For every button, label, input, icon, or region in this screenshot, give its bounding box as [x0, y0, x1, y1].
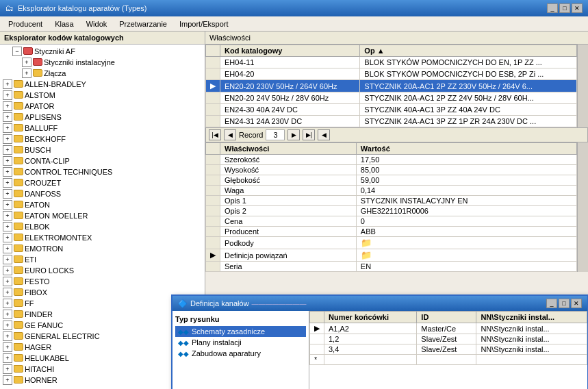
- tree-expand-zlacza[interactable]: +: [22, 68, 31, 78]
- tree-expand-hitachi[interactable]: +: [3, 364, 12, 374]
- props-name-7: Producent: [220, 227, 357, 237]
- tree-expand-allen-bradley[interactable]: +: [3, 79, 12, 89]
- tree-expand-conta-clip[interactable]: +: [3, 156, 12, 166]
- tree-node-busch[interactable]: +BUSCH: [1, 145, 203, 155]
- tree-node-beckhoff[interactable]: +BECKHOFF: [1, 134, 203, 145]
- dialog-maximize[interactable]: □: [559, 299, 570, 308]
- props-row-0[interactable]: Szerokość 17,50: [206, 155, 577, 165]
- nav-last[interactable]: ▶|: [303, 129, 315, 140]
- tree-expand-crouzet[interactable]: +: [3, 178, 12, 188]
- nav-first[interactable]: |◀: [209, 129, 221, 140]
- dialog-table-row-1[interactable]: 1,2 Slave/Zest NN\Styczniki instal...: [310, 334, 587, 344]
- dialog-table-row-2[interactable]: 3,4 Slave/Zest NN\Styczniki instal...: [310, 344, 587, 355]
- props-row-2[interactable]: Głębokość 59,00: [206, 175, 577, 186]
- maximize-button[interactable]: □: [559, 3, 570, 13]
- catalog-row-5[interactable]: EN24-31 24A 230V DC STYCZNIK 24A-AC1 3P …: [206, 116, 577, 127]
- tree-node-allen-bradley[interactable]: +ALLEN-BRADLEY: [1, 79, 203, 90]
- tree-expand-elbok[interactable]: +: [3, 222, 12, 231]
- tree-expand-styczniki-inst[interactable]: +: [22, 58, 31, 67]
- definicja-kanalow-dialog: 🔷 Definicja kanałów ———————— _ □ ✕ Typ r…: [171, 294, 588, 389]
- dialog-minimize[interactable]: _: [546, 299, 557, 308]
- tree-node-euro-locks[interactable]: +EURO LOCKS: [1, 265, 203, 276]
- tree-expand-balluff[interactable]: +: [3, 123, 12, 133]
- tree-node-festo[interactable]: +FESTO: [1, 276, 203, 287]
- catalog-row-4[interactable]: EN24-30 40A 24V DC STYCZNIK 40A-AC1 3P Z…: [206, 104, 577, 116]
- tree-node-styczniki-inst[interactable]: +Styczniki instalacyjne: [1, 57, 203, 68]
- tree-expand-euro-locks[interactable]: +: [3, 266, 12, 275]
- tree-node-eaton[interactable]: +EATON: [1, 199, 203, 210]
- tree-expand-hager[interactable]: +: [3, 342, 12, 352]
- tree-expand-apator[interactable]: +: [3, 101, 12, 111]
- dialog-row-marker-0: ▶: [310, 323, 324, 334]
- dialog-tree-item-2[interactable]: ◆◆Zabudowa aparatury: [175, 348, 306, 359]
- tree-expand-eti[interactable]: +: [3, 255, 12, 264]
- tree-node-balluff[interactable]: +BALLUFF: [1, 123, 203, 134]
- tree-expand-beckhoff[interactable]: +: [3, 134, 12, 144]
- tree-expand-styczniki-af[interactable]: −: [12, 47, 22, 56]
- dialog-table-row-0[interactable]: ▶ A1,A2 Master/Ce NN\Styczniki instal...: [310, 323, 587, 334]
- tree-expand-alstom[interactable]: +: [3, 90, 12, 100]
- tree-node-zlacza[interactable]: +Złącza: [1, 68, 203, 79]
- props-row-4[interactable]: Opis 1 STYCZNIK INSTALACYJNY EN: [206, 196, 577, 206]
- tree-expand-ff[interactable]: +: [3, 299, 12, 308]
- tree-expand-horner[interactable]: +: [3, 375, 12, 385]
- tree-expand-elektromontex[interactable]: +: [3, 233, 12, 242]
- tree-expand-general-electric[interactable]: +: [3, 331, 12, 341]
- tree-node-apator[interactable]: +APATOR: [1, 101, 203, 112]
- tree-node-crouzet[interactable]: +CROUZET: [1, 177, 203, 188]
- tree-node-danfoss[interactable]: +DANFOSS: [1, 188, 203, 199]
- props-row-9[interactable]: ▶ Definicja powiązań 📁: [206, 249, 577, 262]
- tree-expand-danfoss[interactable]: +: [3, 189, 12, 199]
- tree-expand-fibox[interactable]: +: [3, 288, 12, 297]
- nav-scroll-left[interactable]: ◀: [318, 129, 330, 140]
- tree-expand-emotron[interactable]: +: [3, 244, 12, 253]
- catalog-row-1[interactable]: EH04-20 BLOK STYKÓW POMOCNICZYCH DO ESB,…: [206, 68, 577, 80]
- props-row-6[interactable]: Cena 0: [206, 216, 577, 227]
- tree-node-conta-clip[interactable]: +CONTA-CLIP: [1, 155, 203, 166]
- minimize-button[interactable]: _: [547, 3, 558, 13]
- props-row-5[interactable]: Opis 2 GHE3221101R0006: [206, 206, 577, 216]
- tree-expand-busch[interactable]: +: [3, 145, 12, 155]
- props-scrollbar[interactable]: [577, 142, 588, 272]
- tree-node-emotron[interactable]: +EMOTRON: [1, 243, 203, 254]
- catalog-row-2[interactable]: ▶ EN20-20 230V 50Hz / 264V 60Hz STYCZNIK…: [206, 80, 577, 92]
- props-row-8[interactable]: Podkody 📁: [206, 237, 577, 249]
- dialog-table-row-3[interactable]: *: [310, 355, 587, 365]
- tree-expand-eaton-moeller[interactable]: +: [3, 211, 12, 221]
- props-row-10[interactable]: Seria EN: [206, 262, 577, 272]
- dialog-close[interactable]: ✕: [571, 299, 582, 308]
- menu-producent[interactable]: Producent: [3, 18, 48, 29]
- tree-node-elektromontex[interactable]: +ELEKTROMONTEX: [1, 232, 203, 243]
- props-row-3[interactable]: Waga 0,14: [206, 186, 577, 196]
- menu-import-eksport[interactable]: Import/Eksport: [174, 18, 234, 29]
- dialog-tree-label-0: Schematy zasadnicze: [192, 327, 265, 336]
- tree-node-styczniki-af[interactable]: −Styczniki AF: [1, 46, 203, 57]
- tree-node-eaton-moeller[interactable]: +EATON MOELLER: [1, 210, 203, 221]
- tree-node-control-techniques[interactable]: +CONTROL TECHNIQUES: [1, 166, 203, 177]
- props-row-1[interactable]: Wysokość 85,00: [206, 165, 577, 175]
- record-input[interactable]: [266, 129, 285, 140]
- menu-przetwarzanie[interactable]: Przetwarzanie: [114, 18, 172, 29]
- tree-node-alstom[interactable]: +ALSTOM: [1, 90, 203, 101]
- menu-widok[interactable]: Widok: [81, 18, 113, 29]
- props-row-7[interactable]: Producent ABB: [206, 227, 577, 237]
- dialog-tree-item-1[interactable]: ◆◆Plany instalacji: [175, 337, 306, 348]
- tree-expand-ge-fanuc[interactable]: +: [3, 321, 12, 330]
- tree-node-eti[interactable]: +ETI: [1, 254, 203, 265]
- catalog-scrollbar[interactable]: [577, 45, 588, 127]
- tree-expand-helukabel[interactable]: +: [3, 353, 12, 363]
- nav-next[interactable]: ▶: [287, 129, 300, 140]
- tree-expand-finder[interactable]: +: [3, 310, 12, 319]
- tree-expand-festo[interactable]: +: [3, 277, 12, 286]
- tree-expand-aplisens[interactable]: +: [3, 112, 12, 122]
- dialog-tree-item-0[interactable]: ◆◆Schematy zasadnicze: [175, 326, 306, 337]
- nav-prev[interactable]: ◀: [224, 129, 236, 140]
- tree-node-elbok[interactable]: +ELBOK: [1, 221, 203, 232]
- menu-klasa[interactable]: Klasa: [49, 18, 79, 29]
- catalog-row-3[interactable]: EN20-20 24V 50Hz / 28V 60Hz STYCZNIK 20A…: [206, 92, 577, 104]
- close-button[interactable]: ✕: [572, 3, 583, 13]
- tree-node-aplisens[interactable]: +APLISENS: [1, 112, 203, 123]
- catalog-row-0[interactable]: EH04-11 BLOK STYKÓW POMOCNICZYCH DO EN, …: [206, 57, 577, 68]
- tree-expand-eaton[interactable]: +: [3, 200, 12, 210]
- tree-expand-control-techniques[interactable]: +: [3, 167, 12, 177]
